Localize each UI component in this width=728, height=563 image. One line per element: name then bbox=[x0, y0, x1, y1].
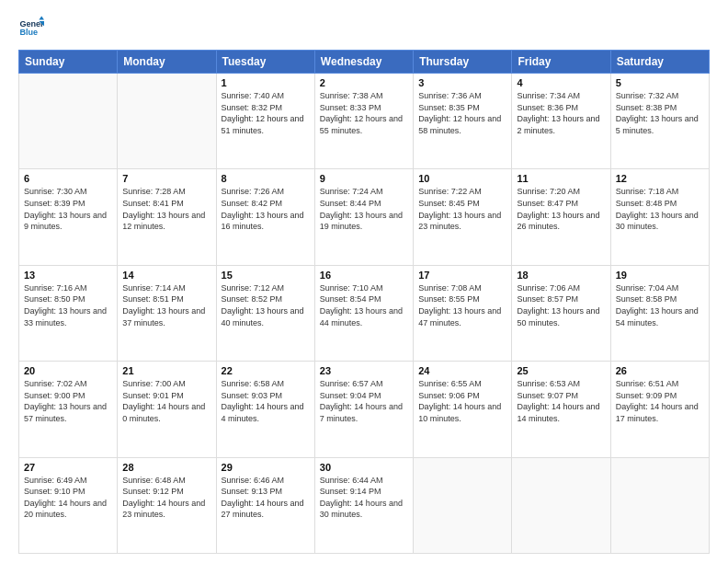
day-info: Sunrise: 7:32 AMSunset: 8:38 PMDaylight:… bbox=[616, 90, 704, 136]
calendar-cell: 24Sunrise: 6:55 AMSunset: 9:06 PMDayligh… bbox=[414, 362, 512, 457]
calendar-cell: 6Sunrise: 7:30 AMSunset: 8:39 PMDaylight… bbox=[19, 169, 118, 265]
week-row-5: 27Sunrise: 6:49 AMSunset: 9:10 PMDayligh… bbox=[19, 457, 710, 553]
day-info: Sunrise: 6:49 AMSunset: 9:10 PMDaylight:… bbox=[24, 475, 112, 521]
day-number: 28 bbox=[122, 462, 210, 473]
day-info: Sunrise: 7:12 AMSunset: 8:52 PMDaylight:… bbox=[222, 282, 310, 328]
calendar-cell: 9Sunrise: 7:24 AMSunset: 8:44 PMDaylight… bbox=[314, 169, 413, 265]
calendar-cell: 27Sunrise: 6:49 AMSunset: 9:10 PMDayligh… bbox=[19, 457, 118, 553]
calendar-cell: 17Sunrise: 7:08 AMSunset: 8:55 PMDayligh… bbox=[414, 265, 512, 361]
day-number: 29 bbox=[222, 462, 310, 473]
weekday-friday: Friday bbox=[512, 51, 610, 74]
calendar-cell: 2Sunrise: 7:38 AMSunset: 8:33 PMDaylight… bbox=[314, 74, 413, 169]
calendar-cell: 10Sunrise: 7:22 AMSunset: 8:45 PMDayligh… bbox=[414, 169, 512, 265]
calendar-cell: 5Sunrise: 7:32 AMSunset: 8:38 PMDaylight… bbox=[610, 74, 709, 169]
logo-icon: General Blue bbox=[18, 15, 44, 40]
day-info: Sunrise: 7:04 AMSunset: 8:58 PMDaylight:… bbox=[616, 282, 704, 328]
calendar-cell: 20Sunrise: 7:02 AMSunset: 9:00 PMDayligh… bbox=[19, 362, 118, 457]
page-header: General Blue bbox=[18, 15, 710, 40]
week-row-2: 6Sunrise: 7:30 AMSunset: 8:39 PMDaylight… bbox=[19, 169, 710, 265]
weekday-wednesday: Wednesday bbox=[314, 51, 413, 74]
calendar-cell: 1Sunrise: 7:40 AMSunset: 8:32 PMDaylight… bbox=[216, 74, 314, 169]
calendar-cell: 25Sunrise: 6:53 AMSunset: 9:07 PMDayligh… bbox=[512, 362, 610, 457]
calendar-cell: 3Sunrise: 7:36 AMSunset: 8:35 PMDaylight… bbox=[414, 74, 512, 169]
day-number: 26 bbox=[616, 365, 704, 376]
day-info: Sunrise: 7:10 AMSunset: 8:54 PMDaylight:… bbox=[320, 282, 408, 328]
calendar-cell: 23Sunrise: 6:57 AMSunset: 9:04 PMDayligh… bbox=[314, 362, 413, 457]
day-number: 21 bbox=[122, 365, 210, 376]
day-info: Sunrise: 7:02 AMSunset: 9:00 PMDaylight:… bbox=[24, 378, 112, 424]
day-number: 19 bbox=[616, 270, 704, 281]
weekday-header-row: SundayMondayTuesdayWednesdayThursdayFrid… bbox=[19, 51, 710, 74]
day-number: 12 bbox=[616, 173, 704, 184]
day-info: Sunrise: 6:57 AMSunset: 9:04 PMDaylight:… bbox=[320, 378, 408, 424]
calendar-cell: 12Sunrise: 7:18 AMSunset: 8:48 PMDayligh… bbox=[610, 169, 709, 265]
svg-marker-2 bbox=[39, 16, 44, 19]
day-number: 13 bbox=[24, 270, 112, 281]
day-number: 10 bbox=[418, 173, 506, 184]
day-info: Sunrise: 6:53 AMSunset: 9:07 PMDaylight:… bbox=[517, 378, 605, 424]
day-number: 22 bbox=[222, 365, 310, 376]
calendar-cell bbox=[512, 457, 610, 553]
calendar-cell: 13Sunrise: 7:16 AMSunset: 8:50 PMDayligh… bbox=[19, 265, 118, 361]
day-info: Sunrise: 7:06 AMSunset: 8:57 PMDaylight:… bbox=[517, 282, 605, 328]
calendar-cell: 7Sunrise: 7:28 AMSunset: 8:41 PMDaylight… bbox=[118, 169, 216, 265]
week-row-4: 20Sunrise: 7:02 AMSunset: 9:00 PMDayligh… bbox=[19, 362, 710, 457]
weekday-sunday: Sunday bbox=[19, 51, 118, 74]
day-info: Sunrise: 7:40 AMSunset: 8:32 PMDaylight:… bbox=[222, 90, 310, 136]
day-info: Sunrise: 6:51 AMSunset: 9:09 PMDaylight:… bbox=[616, 378, 704, 424]
day-info: Sunrise: 7:20 AMSunset: 8:47 PMDaylight:… bbox=[517, 186, 605, 232]
day-number: 20 bbox=[24, 365, 112, 376]
day-info: Sunrise: 7:08 AMSunset: 8:55 PMDaylight:… bbox=[418, 282, 506, 328]
day-info: Sunrise: 7:24 AMSunset: 8:44 PMDaylight:… bbox=[320, 186, 408, 232]
day-info: Sunrise: 6:58 AMSunset: 9:03 PMDaylight:… bbox=[222, 378, 310, 424]
weekday-tuesday: Tuesday bbox=[216, 51, 314, 74]
day-info: Sunrise: 7:18 AMSunset: 8:48 PMDaylight:… bbox=[616, 186, 704, 232]
calendar-cell: 11Sunrise: 7:20 AMSunset: 8:47 PMDayligh… bbox=[512, 169, 610, 265]
week-row-3: 13Sunrise: 7:16 AMSunset: 8:50 PMDayligh… bbox=[19, 265, 710, 361]
calendar-cell bbox=[414, 457, 512, 553]
day-info: Sunrise: 7:38 AMSunset: 8:33 PMDaylight:… bbox=[320, 90, 408, 136]
calendar-cell: 14Sunrise: 7:14 AMSunset: 8:51 PMDayligh… bbox=[118, 265, 216, 361]
calendar-cell: 19Sunrise: 7:04 AMSunset: 8:58 PMDayligh… bbox=[610, 265, 709, 361]
week-row-1: 1Sunrise: 7:40 AMSunset: 8:32 PMDaylight… bbox=[19, 74, 710, 169]
day-info: Sunrise: 6:48 AMSunset: 9:12 PMDaylight:… bbox=[122, 475, 210, 521]
calendar-cell: 8Sunrise: 7:26 AMSunset: 8:42 PMDaylight… bbox=[216, 169, 314, 265]
day-info: Sunrise: 7:16 AMSunset: 8:50 PMDaylight:… bbox=[24, 282, 112, 328]
day-number: 14 bbox=[122, 270, 210, 281]
weekday-monday: Monday bbox=[118, 51, 216, 74]
calendar-cell: 16Sunrise: 7:10 AMSunset: 8:54 PMDayligh… bbox=[314, 265, 413, 361]
day-number: 8 bbox=[222, 173, 310, 184]
day-info: Sunrise: 6:46 AMSunset: 9:13 PMDaylight:… bbox=[222, 475, 310, 521]
day-number: 9 bbox=[320, 173, 408, 184]
day-number: 17 bbox=[418, 270, 506, 281]
day-number: 30 bbox=[320, 462, 408, 473]
calendar-cell: 4Sunrise: 7:34 AMSunset: 8:36 PMDaylight… bbox=[512, 74, 610, 169]
calendar-cell bbox=[19, 74, 118, 169]
day-number: 4 bbox=[517, 77, 605, 88]
day-info: Sunrise: 6:44 AMSunset: 9:14 PMDaylight:… bbox=[320, 475, 408, 521]
day-number: 24 bbox=[418, 365, 506, 376]
calendar-cell: 26Sunrise: 6:51 AMSunset: 9:09 PMDayligh… bbox=[610, 362, 709, 457]
day-info: Sunrise: 7:30 AMSunset: 8:39 PMDaylight:… bbox=[24, 186, 112, 232]
weekday-saturday: Saturday bbox=[610, 51, 709, 74]
calendar-table: SundayMondayTuesdayWednesdayThursdayFrid… bbox=[18, 50, 710, 554]
calendar-cell: 28Sunrise: 6:48 AMSunset: 9:12 PMDayligh… bbox=[118, 457, 216, 553]
calendar-cell: 22Sunrise: 6:58 AMSunset: 9:03 PMDayligh… bbox=[216, 362, 314, 457]
calendar-cell: 15Sunrise: 7:12 AMSunset: 8:52 PMDayligh… bbox=[216, 265, 314, 361]
day-number: 2 bbox=[320, 77, 408, 88]
day-number: 5 bbox=[616, 77, 704, 88]
day-number: 23 bbox=[320, 365, 408, 376]
day-number: 6 bbox=[24, 173, 112, 184]
calendar-cell: 30Sunrise: 6:44 AMSunset: 9:14 PMDayligh… bbox=[314, 457, 413, 553]
day-info: Sunrise: 7:14 AMSunset: 8:51 PMDaylight:… bbox=[122, 282, 210, 328]
svg-text:Blue: Blue bbox=[19, 28, 38, 37]
day-info: Sunrise: 7:00 AMSunset: 9:01 PMDaylight:… bbox=[122, 378, 210, 424]
calendar-cell bbox=[118, 74, 216, 169]
day-number: 25 bbox=[517, 365, 605, 376]
logo: General Blue bbox=[18, 15, 48, 40]
day-number: 1 bbox=[222, 77, 310, 88]
day-number: 11 bbox=[517, 173, 605, 184]
day-info: Sunrise: 7:22 AMSunset: 8:45 PMDaylight:… bbox=[418, 186, 506, 232]
calendar-cell: 21Sunrise: 7:00 AMSunset: 9:01 PMDayligh… bbox=[118, 362, 216, 457]
calendar-cell: 18Sunrise: 7:06 AMSunset: 8:57 PMDayligh… bbox=[512, 265, 610, 361]
